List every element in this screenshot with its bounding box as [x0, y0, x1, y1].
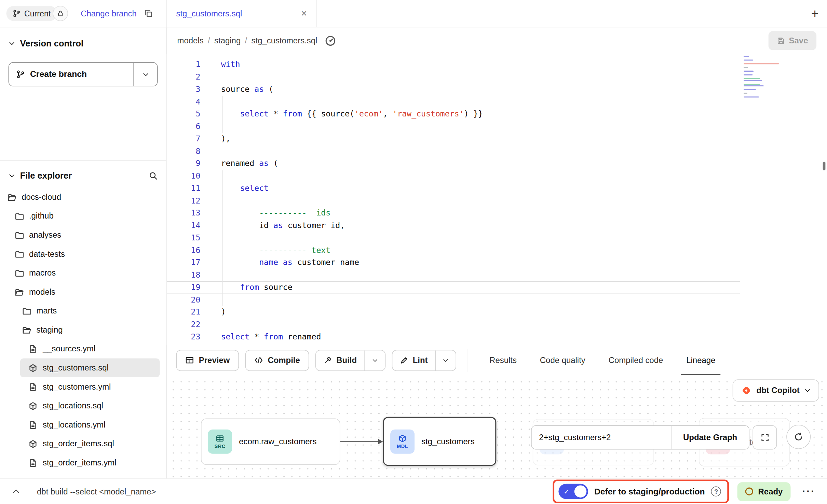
code-line[interactable]: 16 ---------- text: [167, 244, 827, 256]
version-control-title: Version control: [20, 38, 83, 48]
file-tree-item-label: stg_order_items.sql: [43, 439, 114, 449]
tab-code-quality[interactable]: Code quality: [528, 345, 597, 375]
refresh-button[interactable]: [786, 425, 811, 449]
file-tree-item[interactable]: stg_order_items.sql: [0, 434, 166, 453]
new-tab-button[interactable]: +: [811, 0, 819, 27]
file-tree-item[interactable]: marts: [0, 302, 166, 321]
tab-compiled-code[interactable]: Compiled code: [597, 345, 675, 375]
file-tree-item[interactable]: analyses: [0, 226, 166, 245]
file-tree-item-label: stg_order_items.yml: [43, 458, 116, 467]
code-text: ---------- ids: [200, 207, 330, 220]
build-dropdown[interactable]: [364, 350, 385, 370]
more-options-button[interactable]: ···: [799, 485, 818, 498]
tab-stg-customers-sql[interactable]: stg_customers.sql ×: [167, 0, 317, 27]
file-tree-item[interactable]: __sources.yml: [0, 339, 166, 359]
close-tab-icon[interactable]: ×: [301, 9, 307, 18]
code-line[interactable]: 1with: [167, 58, 827, 71]
code-line[interactable]: 23select * from renamed: [167, 331, 827, 343]
minimap[interactable]: [744, 56, 786, 100]
lineage-node-stg-customers[interactable]: MDL stg_customers: [383, 417, 496, 466]
lineage-node-source[interactable]: SRC ecom.raw_customers: [201, 418, 340, 465]
save-button[interactable]: Save: [768, 31, 816, 50]
line-number: 20: [167, 294, 201, 306]
create-branch-dropdown[interactable]: [133, 63, 157, 86]
file-tree-item[interactable]: stg_locations.yml: [0, 415, 166, 434]
copilot-label: dbt Copilot: [757, 386, 800, 395]
file-tree-item[interactable]: stg_order_items.yml: [0, 453, 166, 472]
file-tree-item[interactable]: models: [0, 282, 166, 302]
code-line[interactable]: 21): [167, 306, 827, 319]
code-line[interactable]: 10: [167, 170, 827, 182]
code-line[interactable]: 7),: [167, 133, 827, 145]
code-line[interactable]: 14 id as customer_id,: [167, 220, 827, 232]
status-badge[interactable]: Ready: [737, 482, 790, 501]
line-number: 13: [167, 207, 201, 220]
copy-icon[interactable]: [144, 9, 153, 18]
file-tree-item[interactable]: data-tests: [0, 244, 166, 264]
chevron-down-icon[interactable]: [9, 40, 15, 47]
code-editor[interactable]: 1with23source as (45 select * from {{ so…: [167, 54, 827, 345]
breadcrumb-staging: staging: [214, 36, 241, 45]
code-line[interactable]: 6: [167, 121, 827, 133]
sidebar: Current Change branch Version control: [0, 0, 167, 478]
defer-toggle[interactable]: ✓: [558, 484, 588, 499]
file-tree-item[interactable]: stg_customers.yml: [0, 377, 166, 396]
code-line[interactable]: 20: [167, 294, 827, 306]
code-line[interactable]: 2: [167, 71, 827, 83]
create-branch-button[interactable]: Create branch: [9, 62, 158, 86]
update-graph-button[interactable]: Update Graph: [671, 426, 749, 449]
build-button[interactable]: Build: [316, 350, 364, 370]
lineage-canvas[interactable]: dbt Copilot MDL customers: [167, 375, 827, 479]
file-tree-item-label: .github: [29, 211, 54, 221]
chevron-down-icon[interactable]: [9, 172, 15, 179]
file-tree-item[interactable]: stg_locations.sql: [0, 396, 166, 416]
code-line[interactable]: 3source as (: [167, 83, 827, 96]
file-tree-item[interactable]: .github: [0, 207, 166, 226]
file-tree-item[interactable]: staging: [0, 320, 166, 339]
code-line[interactable]: 5 select * from {{ source('ecom', 'raw_c…: [167, 108, 827, 120]
lint-dropdown[interactable]: [435, 350, 456, 370]
chevron-up-icon[interactable]: [9, 488, 23, 495]
branch-header: Current Change branch: [0, 0, 166, 27]
code-line[interactable]: 18: [167, 269, 827, 281]
file-icon: [28, 420, 37, 429]
code-line[interactable]: 19 from source: [167, 281, 827, 294]
breadcrumb-separator: /: [245, 36, 247, 45]
code-line[interactable]: 17 name as customer_name: [167, 257, 827, 269]
file-tree-item[interactable]: docs-cloud: [0, 187, 166, 207]
dbt-copilot-button[interactable]: dbt Copilot: [733, 379, 819, 402]
line-number: 17: [167, 257, 201, 269]
code-line[interactable]: 12: [167, 195, 827, 207]
line-number: 10: [167, 170, 201, 182]
search-icon[interactable]: [149, 171, 158, 180]
code-line[interactable]: 13 ---------- ids: [167, 207, 827, 220]
file-tree-item[interactable]: macros: [0, 264, 166, 283]
code-line[interactable]: 4: [167, 96, 827, 108]
gauge-icon[interactable]: [325, 35, 336, 46]
preview-button[interactable]: Preview: [176, 350, 239, 371]
code-line[interactable]: 9renamed as (: [167, 157, 827, 170]
file-tree-item-label: __sources.yml: [43, 344, 95, 354]
line-number: 7: [167, 133, 201, 145]
folder-icon: [15, 212, 24, 221]
tab-results[interactable]: Results: [478, 345, 528, 375]
code-line[interactable]: 11 select: [167, 182, 827, 195]
fullscreen-button[interactable]: [753, 425, 777, 449]
line-number: 24: [167, 344, 201, 345]
code-line[interactable]: 22: [167, 319, 827, 331]
lineage-selector-bar: Update Graph: [531, 425, 749, 449]
change-branch-link[interactable]: Change branch: [81, 9, 137, 18]
lineage-selector-input[interactable]: [532, 426, 671, 449]
model-icon: [28, 401, 37, 410]
file-tree-item[interactable]: stg_customers.sql: [20, 358, 160, 377]
node-label: stg_customers: [421, 437, 475, 446]
code-line[interactable]: 8: [167, 145, 827, 157]
help-icon[interactable]: ?: [711, 487, 721, 496]
compile-button[interactable]: Compile: [245, 350, 309, 371]
editor-scrollbar[interactable]: [823, 162, 826, 170]
lint-button[interactable]: Lint: [392, 350, 435, 370]
tab-lineage[interactable]: Lineage: [675, 345, 727, 375]
breadcrumb-file: stg_customers.sql: [252, 36, 317, 45]
code-line[interactable]: 15: [167, 232, 827, 244]
current-branch-pill[interactable]: Current: [6, 6, 57, 21]
